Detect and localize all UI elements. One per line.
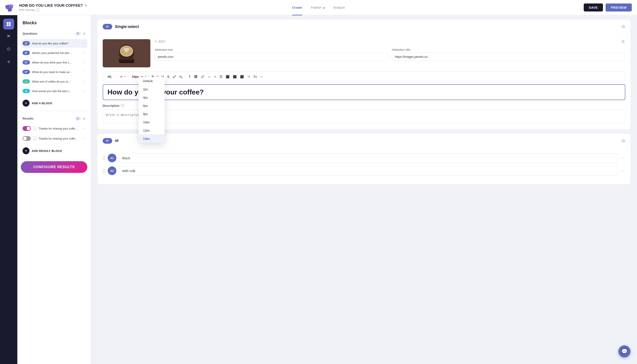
attribution-url-input[interactable] <box>392 53 625 61</box>
result-item-1[interactable]: Thanks for sharing your coffe... ··· <box>21 124 87 133</box>
answer-more-1[interactable]: ··· <box>620 155 625 161</box>
superscript-button[interactable]: x2 <box>172 74 177 80</box>
add-block-button[interactable]: + ADD A BLOCK <box>21 97 87 109</box>
question-more-2[interactable]: ··· <box>83 51 86 55</box>
question-more-6[interactable]: ··· <box>83 89 86 93</box>
strikethrough-button[interactable]: S <box>166 74 170 79</box>
tab-analyze[interactable]: Analyze <box>334 5 345 10</box>
heading-select[interactable]: H1H2H3Normal <box>106 74 123 79</box>
results-toggle[interactable]: ∧ <box>83 116 86 120</box>
image-button[interactable]: 🖼 <box>193 74 198 79</box>
edit-label[interactable]: EDIT <box>158 40 166 43</box>
subscript-button[interactable]: x2 <box>178 74 184 80</box>
sidebar-flag-icon[interactable]: ⚑ <box>3 31 14 42</box>
card-answers: nt ⚙ <box>98 134 630 184</box>
dropdown-item-4px[interactable]: 4px <box>139 94 165 102</box>
text-style-button[interactable]: T <box>188 74 192 79</box>
align-right-button[interactable]: ⬛ <box>239 74 245 79</box>
dropdown-item-6px[interactable]: 6px <box>139 102 165 110</box>
main-layout: ⚑ ⚙ ➤ Blocks Questions 6 ∧ How do you li… <box>0 15 637 364</box>
tab-create[interactable]: Create <box>292 5 302 10</box>
card-gear-1[interactable]: ⚙ <box>622 24 625 29</box>
add-result-block-button[interactable]: + ADD RESULT BLOCK <box>21 145 87 157</box>
card-gear-2[interactable]: ⚙ <box>622 138 625 144</box>
add-result-icon: + <box>22 147 30 154</box>
question-more-5[interactable]: ··· <box>83 80 86 84</box>
align-center-button[interactable]: ⬛ <box>232 74 238 79</box>
answer-input-2[interactable] <box>119 166 618 176</box>
result-text-1: Thanks for sharing your coffe... <box>38 127 80 130</box>
card-body-2: A1 ··· <box>98 148 630 184</box>
card-title-1: Single-select <box>115 24 619 29</box>
question-text-1: How do you like your coffee? <box>32 42 80 45</box>
sidebar-share-icon[interactable]: ➤ <box>1 54 16 70</box>
question-more-4[interactable]: ··· <box>83 70 86 74</box>
section-divider <box>21 111 87 111</box>
link-button[interactable]: 🔗 <box>199 74 206 79</box>
attribution-text-input[interactable] <box>155 53 388 61</box>
dropdown-item-2px[interactable]: 2px <box>139 85 165 94</box>
question-item-4[interactable]: What do you need to make yo... ··· <box>21 68 87 76</box>
ordered-list-button[interactable]: ☰ <box>218 74 224 79</box>
question-item-2[interactable]: What's your preferred hot drin... ··· <box>21 48 87 57</box>
indent-button[interactable]: ⊣ <box>246 74 251 79</box>
chat-icon: 💬 <box>621 348 628 354</box>
dropdown-item-10px[interactable]: 10px <box>139 118 165 126</box>
tab-publish[interactable]: Publish <box>311 5 324 10</box>
result-toggle-1[interactable] <box>22 126 31 131</box>
question-item-1[interactable]: How do you like your coffee? ··· <box>21 39 87 48</box>
save-button[interactable]: SAVE <box>584 4 603 12</box>
description-input[interactable] <box>103 110 625 123</box>
question-item-3[interactable]: When do you drink your first c... ··· <box>21 58 87 67</box>
card-body-1: ✎ EDIT 🗑 Attribution text Attribution UR… <box>98 34 630 129</box>
list-button[interactable]: ≡ <box>213 74 217 79</box>
image-preview <box>103 39 150 68</box>
sidebar-blocks-icon[interactable] <box>3 19 14 30</box>
dropdown-item-8px[interactable]: 8px <box>139 110 165 118</box>
question-more-3[interactable]: ··· <box>83 60 86 64</box>
info-icon[interactable]: i <box>36 8 40 12</box>
card-single-select: Single-select ⚙ <box>98 20 630 129</box>
configure-results-button[interactable]: CONFIGURE RESULTS <box>21 161 87 173</box>
sidebar-settings-icon[interactable]: ⚙ <box>3 44 14 54</box>
question-more-1[interactable]: ··· <box>83 42 86 45</box>
drag-handle-1[interactable] <box>103 156 105 160</box>
answer-item-1: A1 ··· <box>103 154 625 163</box>
chat-bubble[interactable]: 💬 <box>618 345 630 358</box>
card-title-2: nt <box>115 138 619 143</box>
q-icon-5: 👍 <box>22 79 30 84</box>
results-count-badge: 2 <box>75 116 81 120</box>
answer-more-2[interactable]: ··· <box>620 168 625 174</box>
emoji-button[interactable]: ☺ <box>206 74 212 79</box>
description-info-icon[interactable]: ⓘ <box>121 104 124 108</box>
results-section-header: Results 2 ∧ <box>21 114 87 122</box>
card-header-1: Single-select ⚙ <box>98 20 630 34</box>
result-bookmark-2 <box>33 136 36 140</box>
clear-format-button[interactable]: Tx <box>252 74 258 79</box>
svg-rect-5 <box>7 24 8 26</box>
logo[interactable] <box>5 3 15 12</box>
main-content: Single-select ⚙ <box>91 15 637 364</box>
delete-icon[interactable]: 🗑 <box>622 39 625 44</box>
result-more-1[interactable]: ··· <box>83 126 86 130</box>
questions-count-badge: 6 <box>75 32 81 36</box>
edit-pencil-icon[interactable]: ✎ <box>84 4 87 7</box>
result-item-2[interactable]: Thanks for sharing your coffe... ··· <box>21 134 87 143</box>
dropdown-item-14px[interactable]: 14px <box>139 134 165 143</box>
question-text-2: What's your preferred hot drin... <box>32 51 80 54</box>
more-button[interactable]: ··· <box>259 74 264 79</box>
svg-rect-12 <box>120 58 133 60</box>
result-more-2[interactable]: ··· <box>83 136 86 140</box>
preview-button[interactable]: PREVIEW <box>606 4 632 12</box>
align-left-button[interactable]: ⬛ <box>224 74 231 79</box>
top-nav: HOW DO YOU LIKE YOUR COFFEE? ✎ Poll / Su… <box>0 0 637 15</box>
question-item-6[interactable]: ★ How would you rate the last c... ··· <box>21 87 87 95</box>
question-text-editor[interactable]: How do you like your coffee? <box>103 84 625 100</box>
answer-input-1[interactable] <box>119 154 618 163</box>
questions-toggle[interactable]: ∧ <box>83 32 86 36</box>
drag-handle-2[interactable] <box>103 169 105 173</box>
dropdown-item-default[interactable]: Default <box>139 77 165 85</box>
dropdown-item-12px[interactable]: 12px <box>139 126 165 134</box>
question-item-5[interactable]: 👍 What sort of coffee do you or... ··· <box>21 77 87 86</box>
result-toggle-2[interactable] <box>22 136 31 141</box>
